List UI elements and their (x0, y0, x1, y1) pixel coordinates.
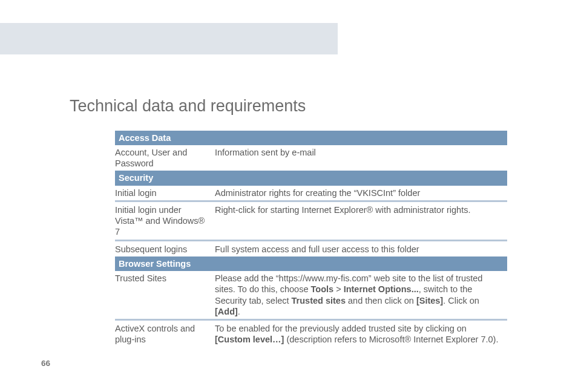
row-value: To be enabled for the previously added t… (215, 321, 507, 347)
page-title: Technical data and requirements (70, 97, 306, 116)
row-label: Subsequent logins (115, 242, 215, 256)
row-value: Right-click for starting Internet Explor… (215, 203, 507, 240)
section-label: Access Data (115, 131, 507, 145)
table-row: Subsequent loginsFull system access and … (115, 242, 507, 256)
section-label: Browser Settings (115, 256, 507, 271)
row-label: Initial login (115, 186, 215, 201)
table-row: ActiveX controls and plug-insTo be enabl… (115, 321, 507, 347)
table-row: Initial loginAdministrator rights for cr… (115, 186, 507, 201)
header-bar (0, 23, 338, 54)
page-number: 66 (41, 359, 50, 368)
row-label: ActiveX controls and plug-ins (115, 321, 215, 347)
row-label: Trusted Sites (115, 271, 215, 319)
section-label: Security (115, 171, 507, 185)
table-row: Account, User and PasswordInformation se… (115, 145, 507, 171)
row-value: Full system access and full user access … (215, 242, 507, 256)
row-value: Please add the “https://www.my-fis.com” … (215, 271, 507, 319)
section-header: Browser Settings (115, 256, 507, 271)
row-label: Account, User and Password (115, 145, 215, 171)
requirements-table: Access DataAccount, User and PasswordInf… (115, 131, 507, 347)
section-header: Access Data (115, 131, 507, 145)
row-value: Information sent by e-mail (215, 145, 507, 171)
row-label: Initial login under Vista™ and Windows® … (115, 203, 215, 240)
table-row: Trusted SitesPlease add the “https://www… (115, 271, 507, 319)
section-header: Security (115, 171, 507, 185)
row-value: Administrator rights for creating the “V… (215, 186, 507, 201)
table-row: Initial login under Vista™ and Windows® … (115, 203, 507, 240)
